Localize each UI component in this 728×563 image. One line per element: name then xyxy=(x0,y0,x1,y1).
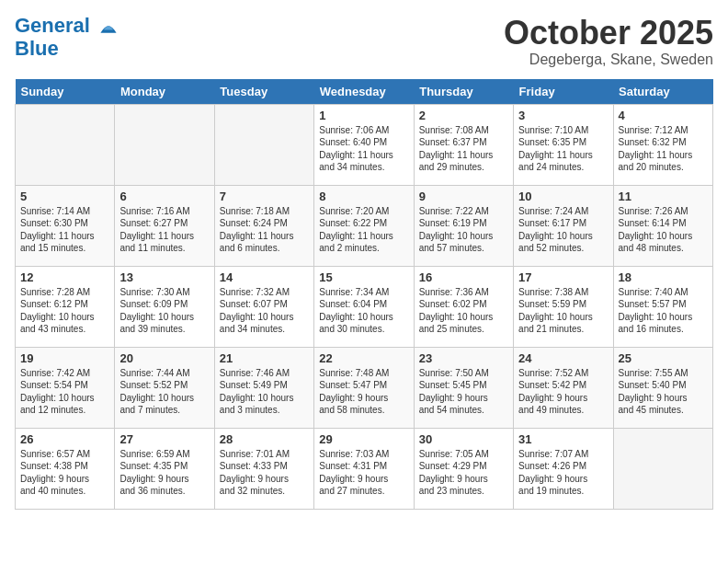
day-number: 27 xyxy=(119,432,209,446)
day-info: Sunrise: 7:01 AM Sunset: 4:33 PM Dayligh… xyxy=(220,448,309,498)
calendar-cell: 27Sunrise: 6:59 AM Sunset: 4:35 PM Dayli… xyxy=(115,428,214,509)
calendar-cell: 19Sunrise: 7:42 AM Sunset: 5:54 PM Dayli… xyxy=(16,347,115,428)
day-number: 8 xyxy=(319,190,408,203)
day-info: Sunrise: 7:48 AM Sunset: 5:47 PM Dayligh… xyxy=(319,367,408,417)
day-info: Sunrise: 7:12 AM Sunset: 6:32 PM Dayligh… xyxy=(619,124,708,174)
calendar-cell: 29Sunrise: 7:03 AM Sunset: 4:31 PM Dayli… xyxy=(314,428,414,509)
calendar-cell xyxy=(115,104,214,185)
calendar-cell: 1Sunrise: 7:06 AM Sunset: 6:40 PM Daylig… xyxy=(314,104,414,185)
day-number: 20 xyxy=(119,351,209,365)
weekday-header-sunday: Sunday xyxy=(16,79,115,105)
calendar-table: SundayMondayTuesdayWednesdayThursdayFrid… xyxy=(15,79,713,510)
calendar-cell: 21Sunrise: 7:46 AM Sunset: 5:49 PM Dayli… xyxy=(214,347,313,428)
calendar-cell: 6Sunrise: 7:16 AM Sunset: 6:27 PM Daylig… xyxy=(115,185,214,266)
day-number: 11 xyxy=(619,190,708,203)
day-number: 15 xyxy=(319,270,408,284)
day-info: Sunrise: 7:18 AM Sunset: 6:24 PM Dayligh… xyxy=(220,205,309,255)
calendar-cell: 23Sunrise: 7:50 AM Sunset: 5:45 PM Dayli… xyxy=(414,347,513,428)
day-info: Sunrise: 7:52 AM Sunset: 5:42 PM Dayligh… xyxy=(518,367,608,417)
logo-text-blue: Blue xyxy=(15,38,119,60)
calendar-cell: 11Sunrise: 7:26 AM Sunset: 6:14 PM Dayli… xyxy=(613,185,712,266)
weekday-header-wednesday: Wednesday xyxy=(314,79,414,105)
calendar-cell: 31Sunrise: 7:07 AM Sunset: 4:26 PM Dayli… xyxy=(514,428,613,509)
day-info: Sunrise: 7:40 AM Sunset: 5:57 PM Dayligh… xyxy=(619,286,708,336)
calendar-cell: 2Sunrise: 7:08 AM Sunset: 6:37 PM Daylig… xyxy=(414,104,513,185)
calendar-cell: 14Sunrise: 7:32 AM Sunset: 6:07 PM Dayli… xyxy=(214,266,313,347)
day-number: 30 xyxy=(419,432,508,446)
day-info: Sunrise: 7:22 AM Sunset: 6:19 PM Dayligh… xyxy=(419,205,508,255)
weekday-header-monday: Monday xyxy=(115,79,214,105)
day-number: 7 xyxy=(220,190,309,203)
calendar-cell xyxy=(214,104,313,185)
calendar-cell: 22Sunrise: 7:48 AM Sunset: 5:47 PM Dayli… xyxy=(314,347,414,428)
day-info: Sunrise: 7:08 AM Sunset: 6:37 PM Dayligh… xyxy=(419,124,508,174)
day-info: Sunrise: 6:59 AM Sunset: 4:35 PM Dayligh… xyxy=(119,448,209,498)
calendar-cell: 28Sunrise: 7:01 AM Sunset: 4:33 PM Dayli… xyxy=(214,428,313,509)
logo: General Blue xyxy=(15,15,119,60)
weekday-header-friday: Friday xyxy=(514,79,613,105)
weekday-header-saturday: Saturday xyxy=(613,79,712,105)
day-number: 9 xyxy=(419,190,508,203)
week-row-1: 1Sunrise: 7:06 AM Sunset: 6:40 PM Daylig… xyxy=(16,104,713,185)
calendar-cell: 7Sunrise: 7:18 AM Sunset: 6:24 PM Daylig… xyxy=(214,185,313,266)
calendar-cell: 16Sunrise: 7:36 AM Sunset: 6:02 PM Dayli… xyxy=(414,266,513,347)
day-number: 22 xyxy=(319,351,408,365)
calendar-cell xyxy=(16,104,115,185)
day-number: 28 xyxy=(220,432,309,446)
day-number: 6 xyxy=(119,190,209,203)
day-number: 12 xyxy=(20,270,109,284)
week-row-2: 5Sunrise: 7:14 AM Sunset: 6:30 PM Daylig… xyxy=(16,185,713,266)
day-info: Sunrise: 7:38 AM Sunset: 5:59 PM Dayligh… xyxy=(518,286,608,336)
day-info: Sunrise: 7:42 AM Sunset: 5:54 PM Dayligh… xyxy=(20,367,109,417)
day-info: Sunrise: 7:10 AM Sunset: 6:35 PM Dayligh… xyxy=(518,124,608,174)
day-number: 21 xyxy=(220,351,309,365)
day-info: Sunrise: 7:07 AM Sunset: 4:26 PM Dayligh… xyxy=(518,448,608,498)
day-info: Sunrise: 7:20 AM Sunset: 6:22 PM Dayligh… xyxy=(319,205,408,255)
day-number: 10 xyxy=(518,190,608,203)
day-number: 29 xyxy=(319,432,408,446)
calendar-cell: 24Sunrise: 7:52 AM Sunset: 5:42 PM Dayli… xyxy=(514,347,613,428)
week-row-3: 12Sunrise: 7:28 AM Sunset: 6:12 PM Dayli… xyxy=(16,266,713,347)
day-number: 18 xyxy=(619,270,708,284)
day-number: 5 xyxy=(20,190,109,203)
day-number: 24 xyxy=(518,351,608,365)
day-number: 1 xyxy=(319,109,408,122)
month-title: October 2025 xyxy=(504,15,713,52)
week-row-5: 26Sunrise: 6:57 AM Sunset: 4:38 PM Dayli… xyxy=(16,428,713,509)
logo-text: General xyxy=(15,15,119,38)
day-number: 2 xyxy=(419,109,508,122)
day-number: 23 xyxy=(419,351,508,365)
title-block: October 2025 Degeberga, Skane, Sweden xyxy=(504,15,713,68)
day-number: 13 xyxy=(119,270,209,284)
page-header: General Blue October 2025 Degeberga, Ska… xyxy=(15,15,713,68)
calendar-cell: 9Sunrise: 7:22 AM Sunset: 6:19 PM Daylig… xyxy=(414,185,513,266)
calendar-cell: 25Sunrise: 7:55 AM Sunset: 5:40 PM Dayli… xyxy=(613,347,712,428)
day-info: Sunrise: 7:50 AM Sunset: 5:45 PM Dayligh… xyxy=(419,367,508,417)
calendar-cell: 8Sunrise: 7:20 AM Sunset: 6:22 PM Daylig… xyxy=(314,185,414,266)
day-info: Sunrise: 7:03 AM Sunset: 4:31 PM Dayligh… xyxy=(319,448,408,498)
day-info: Sunrise: 7:30 AM Sunset: 6:09 PM Dayligh… xyxy=(119,286,209,336)
day-info: Sunrise: 7:26 AM Sunset: 6:14 PM Dayligh… xyxy=(619,205,708,255)
calendar-cell: 4Sunrise: 7:12 AM Sunset: 6:32 PM Daylig… xyxy=(613,104,712,185)
day-info: Sunrise: 7:32 AM Sunset: 6:07 PM Dayligh… xyxy=(220,286,309,336)
weekday-header-row: SundayMondayTuesdayWednesdayThursdayFrid… xyxy=(16,79,713,105)
day-info: Sunrise: 7:44 AM Sunset: 5:52 PM Dayligh… xyxy=(119,367,209,417)
day-number: 31 xyxy=(518,432,608,446)
day-info: Sunrise: 6:57 AM Sunset: 4:38 PM Dayligh… xyxy=(20,448,109,498)
location: Degeberga, Skane, Sweden xyxy=(504,52,713,68)
logo-icon xyxy=(97,16,119,38)
day-number: 25 xyxy=(619,351,708,365)
day-number: 4 xyxy=(619,109,708,122)
calendar-cell: 13Sunrise: 7:30 AM Sunset: 6:09 PM Dayli… xyxy=(115,266,214,347)
day-info: Sunrise: 7:05 AM Sunset: 4:29 PM Dayligh… xyxy=(419,448,508,498)
calendar-cell: 26Sunrise: 6:57 AM Sunset: 4:38 PM Dayli… xyxy=(16,428,115,509)
day-number: 17 xyxy=(518,270,608,284)
day-info: Sunrise: 7:55 AM Sunset: 5:40 PM Dayligh… xyxy=(619,367,708,417)
calendar-cell: 12Sunrise: 7:28 AM Sunset: 6:12 PM Dayli… xyxy=(16,266,115,347)
calendar-cell: 18Sunrise: 7:40 AM Sunset: 5:57 PM Dayli… xyxy=(613,266,712,347)
calendar-cell: 3Sunrise: 7:10 AM Sunset: 6:35 PM Daylig… xyxy=(514,104,613,185)
day-info: Sunrise: 7:28 AM Sunset: 6:12 PM Dayligh… xyxy=(20,286,109,336)
day-info: Sunrise: 7:36 AM Sunset: 6:02 PM Dayligh… xyxy=(419,286,508,336)
calendar-cell: 30Sunrise: 7:05 AM Sunset: 4:29 PM Dayli… xyxy=(414,428,513,509)
calendar-cell: 10Sunrise: 7:24 AM Sunset: 6:17 PM Dayli… xyxy=(514,185,613,266)
